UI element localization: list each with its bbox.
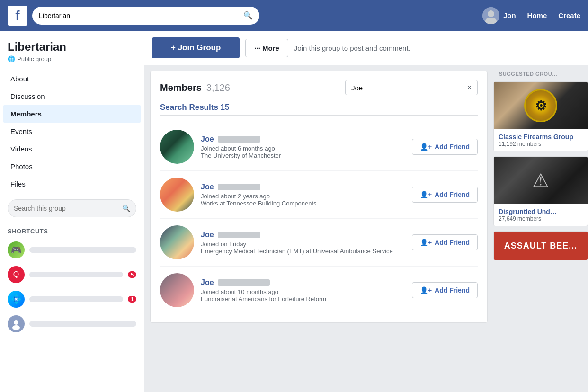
shortcut-text-1: [29, 247, 136, 253]
sidebar-item-events[interactable]: Events: [3, 123, 141, 140]
more-button[interactable]: ··· More: [245, 39, 288, 57]
avatar: [160, 225, 194, 259]
group-title: Libertarian: [8, 40, 136, 53]
sidebar-item-videos[interactable]: Videos: [3, 140, 141, 158]
add-friend-icon: 👤+: [420, 286, 432, 294]
shortcut-item-1[interactable]: 🎮: [0, 238, 144, 262]
home-link[interactable]: Home: [527, 11, 547, 19]
member-info: Joe Joined about 10 months ago Fundraise…: [201, 278, 405, 303]
shortcut-badge-2: 5: [128, 271, 136, 278]
svg-point-3: [14, 320, 18, 325]
member-name[interactable]: Joe: [201, 231, 405, 239]
action-bar: + Join Group ··· More Join this group to…: [144, 31, 588, 65]
suggested-group-card-2[interactable]: ⚠ Disgruntled Und… 27,649 members: [493, 156, 588, 226]
search-group-input-wrapper[interactable]: 🔍: [8, 199, 136, 217]
name-blur: [218, 232, 260, 238]
members-search-input[interactable]: [351, 84, 463, 92]
assault-label: ASSAULT BEE...: [504, 241, 578, 251]
member-work: Fundraiser at Americans for Forfeiture R…: [201, 295, 405, 303]
table-row: Joe Joined about 2 years ago Works at Te…: [160, 171, 478, 219]
globe-icon: 🌐: [8, 55, 15, 62]
svg-point-1: [488, 10, 494, 17]
sidebar-item-members[interactable]: Members: [3, 105, 141, 123]
avatar: [482, 7, 499, 24]
member-name[interactable]: Joe: [201, 135, 405, 143]
user-nav-item[interactable]: Jon: [482, 7, 516, 24]
member-name[interactable]: Joe: [201, 278, 405, 287]
user-name[interactable]: Jon: [503, 11, 516, 19]
create-link[interactable]: Create: [558, 11, 580, 19]
add-friend-icon: 👤+: [420, 239, 432, 246]
results-count: 15: [221, 103, 230, 112]
right-panel: SUGGESTED GROU… ⚙ Classic Firearms Group…: [493, 65, 588, 329]
join-group-button[interactable]: + Join Group: [152, 37, 240, 58]
add-friend-button[interactable]: 👤+ Add Friend: [412, 187, 478, 203]
shortcut-avatar-4: [8, 315, 25, 332]
members-panel: Members 3,126 × Search Results 15: [150, 71, 488, 323]
member-joined: Joined on Friday: [201, 241, 405, 248]
sidebar-item-photos[interactable]: Photos: [3, 158, 141, 175]
shortcut-avatar-3: 💠: [8, 291, 25, 308]
facebook-logo[interactable]: f: [8, 6, 27, 26]
sidebar-item-discussion[interactable]: Discussion: [3, 88, 141, 105]
shortcut-text-4: [29, 321, 136, 327]
search-group-input[interactable]: [14, 205, 122, 212]
group-logo-1: ⚙: [524, 89, 557, 122]
member-info: Joe Joined on Friday Emergency Medical T…: [201, 231, 405, 255]
suggested-group-members-2: 27,649 members: [499, 215, 583, 222]
member-name[interactable]: Joe: [201, 183, 405, 191]
sidebar-item-about[interactable]: About: [3, 70, 141, 88]
shortcut-item-2[interactable]: Q 5: [0, 262, 144, 287]
suggested-label: SUGGESTED GROU…: [493, 71, 588, 77]
member-joined: Joined about 10 months ago: [201, 288, 405, 295]
shortcut-text-3: [29, 296, 123, 302]
suggested-group-card-1[interactable]: ⚙ Classic Firearms Group 11,192 members: [493, 81, 588, 151]
suggested-card-info-1: Classic Firearms Group 11,192 members: [494, 129, 588, 151]
suggested-group-members-1: 11,192 members: [499, 141, 583, 147]
suggested-group-name-1: Classic Firearms Group: [499, 133, 583, 141]
content-row: Members 3,126 × Search Results 15: [144, 65, 588, 329]
avatar: [160, 130, 194, 164]
members-header: Members 3,126 ×: [160, 80, 478, 95]
sidebar-item-files[interactable]: Files: [3, 175, 141, 193]
table-row: Joe Joined about 10 months ago Fundraise…: [160, 267, 478, 314]
name-blur: [218, 184, 260, 190]
add-friend-icon: 👤+: [420, 191, 432, 198]
add-friend-icon: 👤+: [420, 143, 432, 151]
add-friend-button[interactable]: 👤+ Add Friend: [412, 139, 478, 155]
shortcut-text-2: [29, 272, 123, 277]
search-icon: 🔍: [243, 11, 253, 20]
shortcut-item-3[interactable]: 💠 1: [0, 287, 144, 312]
global-search-input[interactable]: [39, 12, 243, 19]
members-search-box[interactable]: ×: [345, 80, 478, 95]
suggested-card-image-2: ⚠: [494, 157, 588, 204]
member-work: The University of Manchester: [201, 152, 405, 159]
shortcuts-label: Shortcuts: [0, 222, 144, 238]
name-blur: [218, 279, 270, 286]
suggested-card-image-3: ASSAULT BEE...: [494, 232, 588, 260]
suggested-card-image-1: ⚙: [494, 82, 588, 129]
shortcut-avatar-2: Q: [8, 266, 25, 283]
center-panel: + Join Group ··· More Join this group to…: [144, 31, 588, 392]
table-row: Joe Joined about 6 months ago The Univer…: [160, 123, 478, 171]
add-friend-button[interactable]: 👤+ Add Friend: [412, 234, 478, 250]
members-count: 3,126: [206, 82, 230, 93]
avatar: [160, 273, 194, 307]
shortcut-avatar-1: 🎮: [8, 241, 25, 258]
clear-search-icon[interactable]: ×: [467, 83, 472, 92]
sidebar: Libertarian 🌐 Public group About Discuss…: [0, 31, 144, 392]
member-joined: Joined about 6 months ago: [201, 145, 405, 152]
page-wrapper: Libertarian 🌐 Public group About Discuss…: [0, 31, 588, 392]
member-info: Joe Joined about 6 months ago The Univer…: [201, 135, 405, 159]
svg-point-4: [12, 325, 20, 330]
shortcut-item-4[interactable]: [0, 312, 144, 336]
add-friend-button[interactable]: 👤+ Add Friend: [412, 282, 478, 298]
member-work: Emergency Medical Technician (EMT) at Un…: [201, 248, 405, 255]
global-search-bar[interactable]: 🔍: [32, 7, 259, 25]
search-results-label: Search Results 15: [160, 103, 478, 112]
member-info: Joe Joined about 2 years ago Works at Te…: [201, 183, 405, 207]
suggested-group-name-2: Disgruntled Und…: [499, 208, 583, 215]
name-blur: [218, 136, 260, 143]
suggested-group-card-3[interactable]: ASSAULT BEE...: [493, 231, 588, 260]
results-divider: [160, 115, 478, 116]
